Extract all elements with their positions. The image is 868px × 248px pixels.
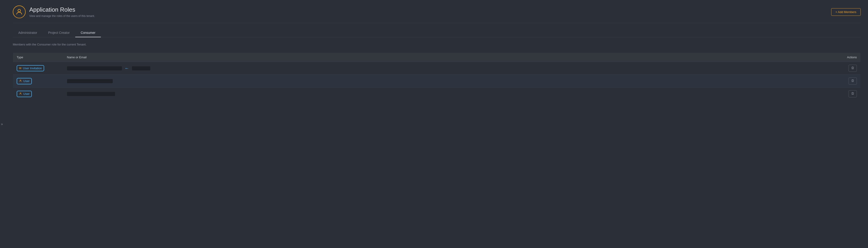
actions-cell-user-2 — [838, 88, 861, 100]
tab-consumer[interactable]: Consumer — [75, 29, 101, 37]
table-row: User — [13, 88, 861, 100]
name-content-invitation: ← — [67, 66, 834, 71]
name-cell-invitation: ← — [63, 62, 838, 75]
name-redacted-user-1 — [67, 79, 113, 83]
name-cell-user-1 — [63, 75, 838, 88]
header-left: Application Roles View and manage the ro… — [13, 5, 95, 18]
col-name: Name or Email — [63, 53, 838, 62]
page-description: View and manage the roles of the users o… — [29, 14, 95, 18]
app-container: » Application Roles View and manage the … — [0, 0, 868, 248]
tab-administrator[interactable]: Administrator — [13, 29, 42, 37]
table-row: ✉ User Invitation ← — [13, 62, 861, 75]
svg-point-0 — [18, 9, 20, 12]
page-title-block: Application Roles View and manage the ro… — [29, 6, 95, 18]
tab-project-creator[interactable]: Project Creator — [42, 29, 75, 37]
envelope-icon: ✉ — [19, 66, 22, 70]
user-icon-2 — [19, 92, 22, 96]
table-header-row: Type Name or Email Actions — [13, 53, 861, 62]
user-icon-1 — [19, 79, 22, 83]
page-title: Application Roles — [29, 6, 95, 13]
avatar — [13, 5, 26, 18]
name-content-user-2 — [67, 92, 834, 96]
svg-point-1 — [20, 80, 21, 81]
name-cell-user-2 — [63, 88, 838, 100]
table-row: User — [13, 75, 861, 88]
actions-cell-user-1 — [838, 75, 861, 88]
type-cell-user-1: User — [13, 75, 63, 88]
type-cell-user-2: User — [13, 88, 63, 100]
name-content-user-1 — [67, 79, 834, 83]
chevron-icon: » — [1, 122, 3, 126]
svg-point-2 — [20, 93, 21, 93]
actions-cell-invitation — [838, 62, 861, 75]
sidebar-toggle[interactable]: » — [0, 120, 4, 128]
role-description: Members with the Consumer role for the c… — [13, 41, 861, 48]
add-members-button[interactable]: + Add Members — [831, 8, 861, 16]
col-type: Type — [13, 53, 63, 62]
delete-button-user-2[interactable] — [848, 90, 857, 97]
members-table: Type Name or Email Actions ✉ User Invita… — [13, 53, 861, 100]
delete-button-user-1[interactable] — [848, 78, 857, 85]
type-highlight-box-invitation: ✉ User Invitation — [17, 65, 44, 71]
delete-button-invitation[interactable] — [848, 65, 857, 72]
name-redacted-user-2 — [67, 92, 115, 96]
main-content: Application Roles View and manage the ro… — [5, 0, 868, 248]
name-redacted-invitation — [67, 66, 122, 70]
type-label-user-2: User — [23, 92, 30, 96]
type-label-user-1: User — [23, 79, 30, 83]
col-actions: Actions — [838, 53, 861, 62]
type-highlight-box-user-1: User — [17, 78, 32, 84]
type-cell-invitation: ✉ User Invitation — [13, 62, 63, 75]
tabs-container: Administrator Project Creator Consumer — [13, 29, 861, 37]
page-header: Application Roles View and manage the ro… — [13, 5, 861, 23]
arrow-line — [132, 66, 150, 70]
type-highlight-box-user-2: User — [17, 91, 32, 97]
arrow-icon: ← — [125, 66, 129, 71]
type-label-invitation: User Invitation — [23, 66, 42, 70]
